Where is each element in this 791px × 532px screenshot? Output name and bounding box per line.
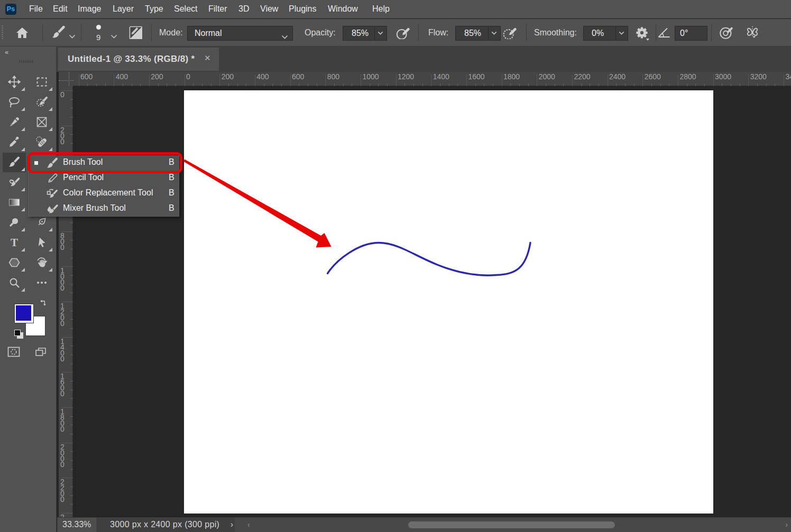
svg-text:T: T (11, 236, 18, 249)
